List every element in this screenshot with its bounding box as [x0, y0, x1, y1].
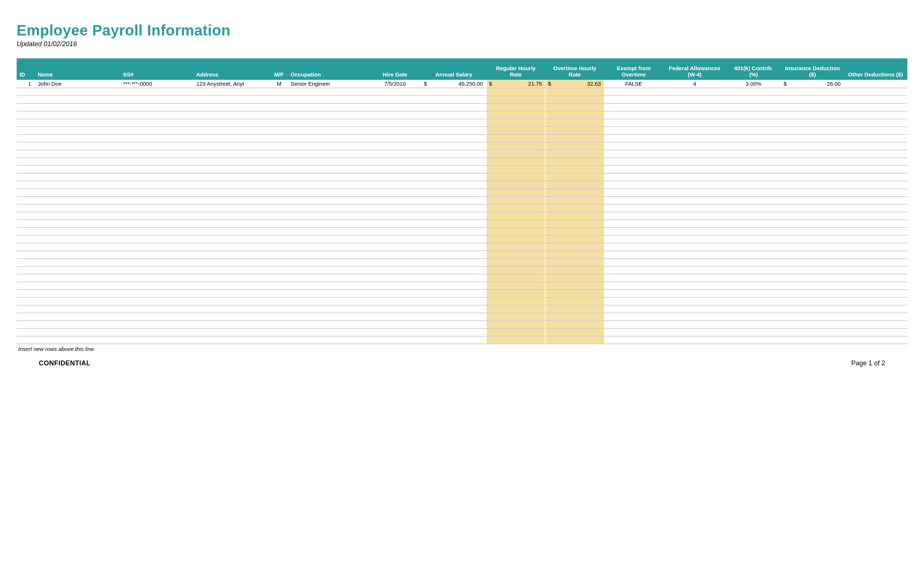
- table-cell[interactable]: [604, 111, 663, 119]
- table-cell[interactable]: [35, 204, 120, 212]
- table-cell[interactable]: [287, 282, 368, 289]
- table-cell[interactable]: [545, 329, 604, 336]
- table-cell[interactable]: [487, 181, 545, 189]
- table-cell[interactable]: [663, 235, 726, 243]
- table-cell[interactable]: [726, 235, 781, 243]
- table-cell[interactable]: [120, 321, 193, 329]
- table-cell[interactable]: [271, 220, 287, 228]
- table-cell[interactable]: [487, 135, 545, 142]
- table-cell[interactable]: [844, 212, 907, 220]
- table-cell[interactable]: [120, 181, 193, 189]
- table-cell[interactable]: [726, 266, 781, 274]
- table-cell[interactable]: [16, 266, 35, 274]
- table-cell[interactable]: [663, 298, 726, 305]
- table-cell[interactable]: [844, 119, 907, 127]
- table-cell[interactable]: [487, 274, 545, 282]
- table-cell[interactable]: [487, 336, 545, 344]
- table-cell[interactable]: [368, 243, 421, 251]
- table-cell[interactable]: [545, 135, 604, 142]
- table-cell[interactable]: 4: [663, 80, 726, 88]
- table-cell[interactable]: [35, 313, 120, 321]
- table-cell[interactable]: [487, 228, 545, 235]
- table-cell[interactable]: [421, 204, 487, 212]
- table-cell[interactable]: [16, 274, 35, 282]
- table-cell[interactable]: [120, 166, 193, 173]
- table-cell[interactable]: [844, 329, 907, 336]
- table-cell[interactable]: [193, 135, 271, 142]
- table-cell[interactable]: [16, 329, 35, 336]
- table-cell[interactable]: [193, 321, 271, 329]
- table-cell[interactable]: [726, 212, 781, 220]
- table-cell[interactable]: [35, 150, 120, 158]
- table-cell[interactable]: [271, 166, 287, 173]
- table-cell[interactable]: [16, 228, 35, 235]
- table-cell[interactable]: [844, 181, 907, 189]
- table-cell[interactable]: [726, 228, 781, 235]
- table-cell[interactable]: [193, 336, 271, 344]
- table-cell[interactable]: [35, 336, 120, 344]
- table-cell[interactable]: [120, 251, 193, 258]
- table-cell[interactable]: 3.00%: [726, 80, 781, 88]
- table-cell[interactable]: FALSE: [604, 80, 663, 88]
- table-cell[interactable]: [844, 243, 907, 251]
- table-cell[interactable]: [193, 181, 271, 189]
- table-cell[interactable]: [781, 220, 844, 228]
- table-cell[interactable]: [16, 313, 35, 321]
- table-cell[interactable]: [781, 166, 844, 173]
- table-cell[interactable]: [35, 173, 120, 181]
- table-cell[interactable]: [193, 220, 271, 228]
- table-cell[interactable]: [368, 96, 421, 104]
- table-cell[interactable]: [545, 336, 604, 344]
- table-cell[interactable]: [368, 135, 421, 142]
- table-cell[interactable]: [287, 212, 368, 220]
- table-cell[interactable]: [193, 282, 271, 289]
- table-cell[interactable]: [545, 96, 604, 104]
- table-cell[interactable]: [368, 142, 421, 150]
- table-cell[interactable]: [271, 235, 287, 243]
- table-cell[interactable]: [604, 104, 663, 111]
- table-cell[interactable]: [287, 166, 368, 173]
- table-cell[interactable]: [287, 251, 368, 258]
- table-cell[interactable]: [604, 173, 663, 181]
- table-cell[interactable]: [368, 235, 421, 243]
- table-cell[interactable]: [368, 251, 421, 258]
- table-cell[interactable]: [604, 135, 663, 142]
- table-cell[interactable]: [35, 258, 120, 266]
- table-cell[interactable]: [35, 96, 120, 104]
- table-cell[interactable]: [271, 173, 287, 181]
- table-cell[interactable]: [271, 329, 287, 336]
- table-cell[interactable]: [663, 204, 726, 212]
- table-cell[interactable]: [604, 166, 663, 173]
- table-cell[interactable]: [781, 197, 844, 204]
- table-cell[interactable]: [781, 173, 844, 181]
- table-cell[interactable]: [271, 189, 287, 197]
- table-cell[interactable]: [781, 274, 844, 282]
- table-cell[interactable]: [487, 111, 545, 119]
- table-cell[interactable]: [120, 258, 193, 266]
- table-cell[interactable]: [421, 150, 487, 158]
- table-cell[interactable]: [487, 150, 545, 158]
- table-cell[interactable]: [545, 298, 604, 305]
- table-cell[interactable]: [368, 204, 421, 212]
- table-cell[interactable]: [287, 336, 368, 344]
- table-cell[interactable]: [604, 88, 663, 96]
- table-cell[interactable]: [287, 127, 368, 135]
- table-cell[interactable]: [35, 166, 120, 173]
- table-cell[interactable]: [487, 158, 545, 166]
- table-cell[interactable]: [16, 305, 35, 313]
- table-cell[interactable]: [726, 119, 781, 127]
- table-cell[interactable]: [604, 313, 663, 321]
- table-cell[interactable]: [726, 313, 781, 321]
- table-cell[interactable]: [368, 282, 421, 289]
- table-cell[interactable]: [604, 96, 663, 104]
- table-cell[interactable]: [487, 305, 545, 313]
- table-cell[interactable]: [487, 142, 545, 150]
- table-cell[interactable]: [487, 119, 545, 127]
- table-cell[interactable]: [120, 189, 193, 197]
- table-cell[interactable]: [193, 197, 271, 204]
- table-cell[interactable]: [193, 258, 271, 266]
- table-cell[interactable]: [421, 336, 487, 344]
- table-cell[interactable]: [781, 251, 844, 258]
- table-cell[interactable]: [120, 266, 193, 274]
- table-cell[interactable]: [35, 282, 120, 289]
